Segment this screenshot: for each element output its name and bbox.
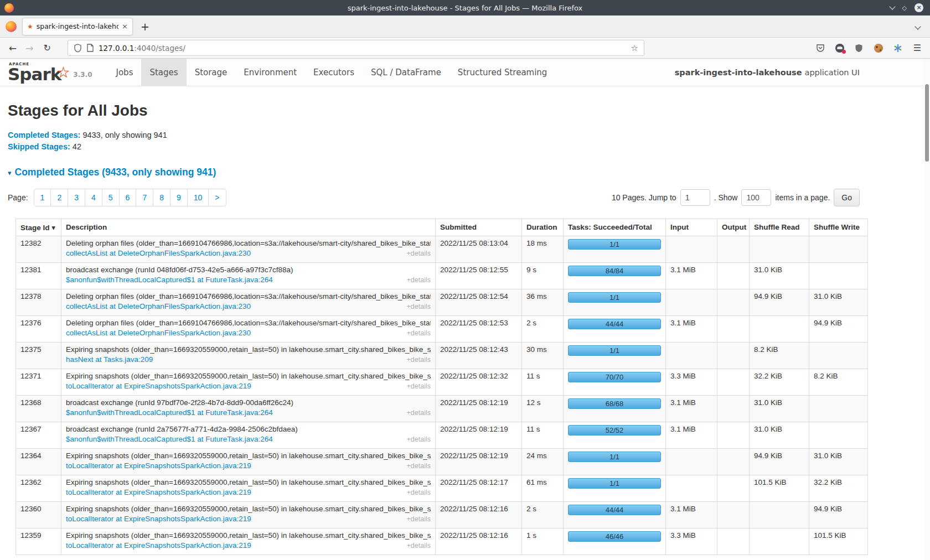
spark-tab-executors[interactable]: Executors: [305, 59, 363, 86]
details-toggle[interactable]: +details: [407, 303, 431, 310]
page-button-5[interactable]: 5: [102, 189, 120, 206]
stage-callsite-link[interactable]: toLocalIterator at ExpireSnapshotsSparkA…: [66, 541, 251, 549]
extension-asterisk-icon[interactable]: [893, 43, 903, 53]
details-toggle[interactable]: +details: [407, 356, 431, 364]
tasks-count: 44/44: [606, 320, 624, 328]
scrollbar[interactable]: [924, 59, 930, 560]
tasks-cell: 70/70: [564, 369, 666, 396]
page-button-1[interactable]: 1: [34, 189, 51, 206]
close-window-icon[interactable]: ×: [914, 3, 923, 12]
stage-callsite-link[interactable]: $anonfun$withThreadLocalCaptured$1 at Fu…: [66, 408, 273, 417]
shuffle-write-cell: [809, 422, 868, 449]
header-shuffle-read[interactable]: Shuffle Read: [750, 219, 809, 236]
stage-callsite-link[interactable]: collectAsList at DeleteOrphanFilesSparkA…: [66, 302, 251, 310]
stage-row: 12375 Expiring snapshots (older_than=166…: [16, 343, 868, 369]
input-cell: 3.1 MiB: [666, 502, 717, 528]
tab-close-icon[interactable]: ×: [122, 22, 128, 30]
header-duration[interactable]: Duration: [522, 219, 564, 236]
account-mask-icon[interactable]: [835, 43, 845, 53]
stage-callsite-link[interactable]: collectAsList at DeleteOrphanFilesSparkA…: [66, 249, 251, 257]
scrollbar-thumb[interactable]: [925, 84, 929, 162]
stage-callsite-link[interactable]: toLocalIterator at ExpireSnapshotsSparkA…: [66, 462, 251, 470]
url-bar[interactable]: 127.0.0.1:4040/stages/ ☆: [68, 40, 644, 56]
stage-callsite-link[interactable]: $anonfun$withThreadLocalCaptured$1 at Fu…: [66, 435, 273, 443]
reload-button[interactable]: ↻: [44, 43, 51, 53]
header-input[interactable]: Input: [666, 219, 717, 236]
header-output[interactable]: Output: [717, 219, 750, 236]
shuffle-read-cell: 101.5 KiB: [750, 475, 809, 502]
shuffle-write-cell: 94.9 KiB: [809, 316, 868, 343]
header-description[interactable]: Description: [61, 219, 436, 236]
menu-hamburger-icon[interactable]: ☰: [913, 43, 921, 53]
page-info-icon[interactable]: [87, 44, 94, 52]
stage-callsite-link[interactable]: toLocalIterator at ExpireSnapshotsSparkA…: [66, 382, 251, 390]
minimize-icon[interactable]: [889, 3, 895, 9]
url-text[interactable]: 127.0.0.1:4040/stages/: [99, 44, 631, 53]
ublock-origin-icon[interactable]: [854, 43, 864, 53]
skipped-stages-link[interactable]: Skipped Stages:: [8, 142, 70, 151]
details-toggle[interactable]: +details: [407, 489, 431, 496]
items-per-page-input[interactable]: [741, 189, 771, 206]
completed-stages-link[interactable]: Completed Stages:: [8, 131, 80, 139]
spark-tab-stages[interactable]: Stages: [141, 59, 186, 86]
skipped-stages-stat: Skipped Stages: 42: [8, 141, 930, 152]
stage-callsite-link[interactable]: toLocalIterator at ExpireSnapshotsSparkA…: [66, 515, 251, 523]
page-button-8[interactable]: 8: [153, 189, 170, 206]
stage-callsite-link[interactable]: $anonfun$withThreadLocalCaptured$1 at Fu…: [66, 276, 273, 284]
details-toggle[interactable]: +details: [407, 515, 431, 523]
header-tasks[interactable]: Tasks: Succeeded/Total: [564, 219, 666, 236]
page-button-2[interactable]: 2: [50, 189, 68, 206]
stage-id-cell: 12378: [16, 289, 61, 316]
description-cell: broadcast exchange (runId 2a75677f-a771-…: [61, 422, 436, 449]
page-button-4[interactable]: 4: [85, 189, 102, 206]
spark-star-icon: ★: [58, 66, 69, 79]
stage-row: 12364 Expiring snapshots (older_than=166…: [16, 449, 868, 475]
details-toggle[interactable]: +details: [407, 542, 431, 549]
extension-badge: [842, 50, 846, 54]
tracking-shield-icon[interactable]: [74, 44, 82, 53]
details-toggle[interactable]: +details: [407, 276, 431, 284]
description-cell: Deleting orphan files (older_than=166910…: [61, 236, 436, 263]
page-button-9[interactable]: 9: [170, 189, 188, 206]
header-shuffle-write[interactable]: Shuffle Write: [809, 219, 868, 236]
tasks-count: 1/1: [609, 240, 619, 248]
header-submitted[interactable]: Submitted: [436, 219, 522, 236]
stage-callsite-link[interactable]: hasNext at Tasks.java:209: [66, 355, 153, 364]
spark-tab-sql-dataframe[interactable]: SQL / DataFrame: [363, 59, 450, 86]
spark-tab-storage[interactable]: Storage: [187, 59, 236, 86]
spark-logo[interactable]: APACHE Spark★ 3.3.0: [0, 59, 98, 86]
pocket-icon[interactable]: [815, 43, 825, 53]
next-page-button[interactable]: >: [208, 189, 226, 206]
back-button[interactable]: ←: [9, 43, 17, 54]
stage-callsite-link[interactable]: toLocalIterator at ExpireSnapshotsSparkA…: [66, 488, 251, 496]
maximize-icon[interactable]: ◇: [902, 5, 907, 11]
page-button-6[interactable]: 6: [119, 189, 137, 206]
bookmark-star-icon[interactable]: ☆: [631, 43, 638, 53]
details-toggle[interactable]: +details: [407, 329, 431, 337]
header-stage-id[interactable]: Stage Id ▾: [16, 219, 61, 236]
list-all-tabs-icon[interactable]: [916, 24, 920, 29]
page-button-7[interactable]: 7: [136, 189, 153, 206]
details-toggle[interactable]: +details: [407, 250, 431, 257]
tasks-progress-bar: 1/1: [568, 452, 661, 462]
page-button-3[interactable]: 3: [68, 189, 85, 206]
spark-tab-environment[interactable]: Environment: [235, 59, 305, 86]
jump-to-page-input[interactable]: [680, 189, 710, 206]
new-tab-button[interactable]: +: [141, 20, 149, 33]
go-button[interactable]: Go: [834, 189, 860, 206]
cookie-icon[interactable]: [874, 43, 884, 53]
completed-stages-section-header[interactable]: ▾Completed Stages (9433, only showing 94…: [8, 167, 930, 178]
spark-tab-structured-streaming[interactable]: Structured Streaming: [450, 59, 556, 86]
details-toggle[interactable]: +details: [407, 409, 431, 417]
browser-tab[interactable]: ★ spark-ingest-into-lakehous ×: [22, 18, 133, 35]
forward-button[interactable]: →: [25, 43, 33, 54]
page-button-10[interactable]: 10: [187, 189, 209, 206]
tasks-count: 1/1: [609, 453, 619, 461]
details-toggle[interactable]: +details: [407, 382, 431, 390]
details-toggle[interactable]: +details: [407, 462, 431, 470]
spark-tab-jobs[interactable]: Jobs: [108, 59, 142, 86]
stage-callsite-link[interactable]: collectAsList at DeleteOrphanFilesSparkA…: [66, 329, 251, 337]
spark-logo-word: Spark★: [8, 67, 61, 82]
tab-title: spark-ingest-into-lakehous: [37, 22, 118, 30]
details-toggle[interactable]: +details: [407, 435, 431, 443]
